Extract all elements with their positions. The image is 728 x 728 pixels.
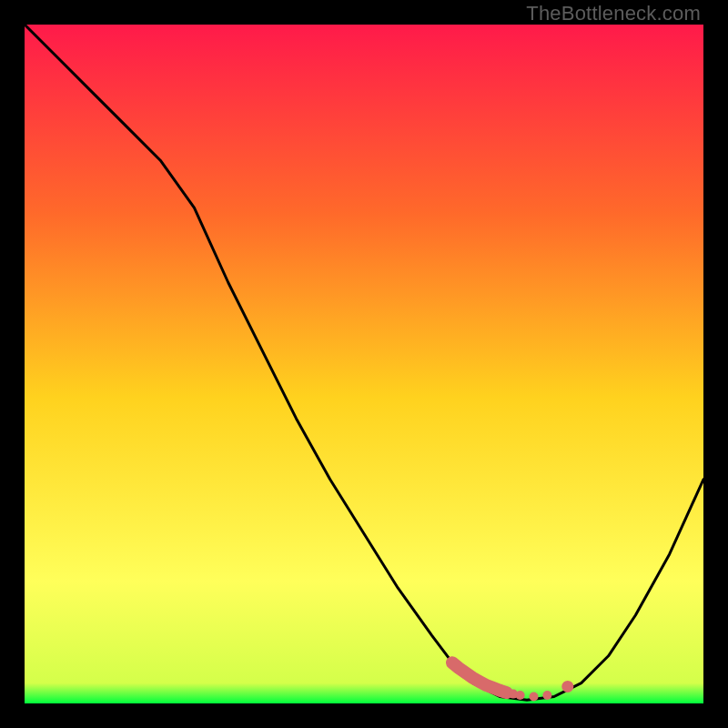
highlight-dot	[516, 691, 525, 700]
highlight-dot	[542, 691, 551, 700]
highlight-dot	[530, 693, 539, 702]
highlight-dot	[561, 681, 573, 693]
watermark-text: TheBottleneck.com	[526, 2, 701, 25]
bottleneck-chart	[25, 25, 703, 703]
chart-frame	[25, 25, 703, 703]
